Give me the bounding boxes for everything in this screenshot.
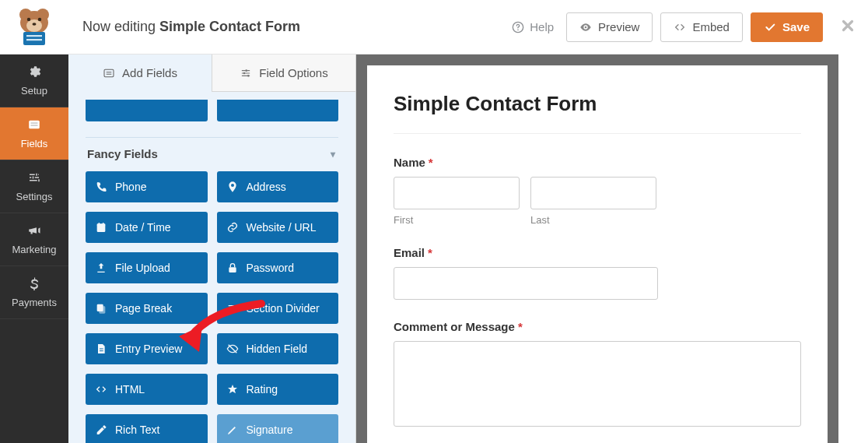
nav-settings[interactable]: Settings bbox=[0, 160, 68, 213]
link-icon bbox=[226, 221, 239, 234]
placeholder-card[interactable] bbox=[86, 100, 208, 121]
nav-setup-label: Setup bbox=[21, 85, 47, 97]
help-link[interactable]: Help bbox=[512, 20, 558, 33]
nav-fields-label: Fields bbox=[21, 138, 48, 149]
field-btn-entrypreview[interactable]: Entry Preview bbox=[86, 333, 208, 364]
svg-point-11 bbox=[517, 29, 519, 30]
bullhorn-icon bbox=[27, 223, 41, 240]
close-button[interactable] bbox=[837, 17, 859, 38]
field-btn-label: Address bbox=[247, 181, 286, 193]
tab-field-options-label: Field Options bbox=[259, 66, 327, 79]
sliders-icon bbox=[27, 171, 41, 187]
tab-field-options[interactable]: Field Options bbox=[212, 54, 355, 92]
field-btn-html[interactable]: HTML bbox=[86, 374, 208, 405]
field-btn-password[interactable]: Password bbox=[217, 252, 339, 283]
check-icon bbox=[764, 21, 776, 33]
panel-body[interactable]: Fancy Fields ▾ PhoneAddressDate / TimeWe… bbox=[68, 92, 355, 443]
field-btn-label: Password bbox=[247, 262, 294, 274]
field-btn-datetime[interactable]: Date / Time bbox=[86, 212, 208, 243]
field-name[interactable]: Name* First Last bbox=[394, 156, 801, 226]
nav-payments[interactable]: Payments bbox=[0, 266, 68, 319]
form-name[interactable]: Simple Contact Form bbox=[159, 19, 300, 34]
svg-rect-23 bbox=[229, 267, 236, 272]
nav-settings-label: Settings bbox=[16, 191, 53, 202]
field-btn-section[interactable]: Section Divider bbox=[217, 293, 339, 324]
input-first-name[interactable] bbox=[394, 177, 520, 209]
svg-point-5 bbox=[38, 17, 41, 20]
nav-marketing[interactable]: Marketing bbox=[0, 213, 68, 266]
svg-rect-15 bbox=[31, 122, 38, 123]
svg-rect-9 bbox=[26, 39, 42, 40]
embed-button[interactable]: Embed bbox=[660, 12, 743, 42]
field-btn-richtext[interactable]: Rich Text bbox=[86, 414, 208, 443]
svg-rect-22 bbox=[97, 223, 106, 226]
nav-setup[interactable]: Setup bbox=[0, 54, 68, 107]
label-email: Email* bbox=[394, 246, 801, 259]
preview-button[interactable]: Preview bbox=[566, 12, 653, 42]
form-icon bbox=[27, 118, 41, 134]
form-title: Simple Contact Form bbox=[394, 92, 801, 134]
label-name: Name* bbox=[394, 156, 801, 169]
eye-off-icon bbox=[226, 343, 239, 355]
svg-rect-16 bbox=[31, 125, 38, 125]
preview-area: Simple Contact Form Name* First Last Ema… bbox=[356, 54, 838, 443]
save-label: Save bbox=[782, 20, 810, 33]
pin-icon bbox=[226, 181, 239, 193]
field-btn-label: HTML bbox=[115, 383, 145, 396]
nav-fields[interactable]: Fields bbox=[0, 107, 68, 160]
input-comment[interactable] bbox=[394, 341, 801, 427]
svg-point-20 bbox=[247, 75, 250, 77]
field-btn-hidden[interactable]: Hidden Field bbox=[217, 333, 339, 364]
embed-label: Embed bbox=[692, 20, 730, 33]
field-btn-label: Page Break bbox=[115, 302, 172, 315]
field-btn-file[interactable]: File Upload bbox=[86, 252, 208, 283]
label-comment: Comment or Message* bbox=[394, 320, 801, 333]
required-star: * bbox=[429, 156, 433, 169]
field-btn-label: File Upload bbox=[115, 262, 170, 274]
field-options-icon bbox=[240, 67, 252, 79]
field-btn-rating[interactable]: Rating bbox=[217, 374, 339, 405]
svg-point-12 bbox=[585, 26, 587, 28]
input-email[interactable] bbox=[394, 267, 658, 300]
tab-add-fields[interactable]: Add Fields bbox=[68, 54, 212, 92]
field-btn-signature[interactable]: Signature bbox=[217, 414, 339, 443]
top-actions: Help Preview Embed Save bbox=[512, 12, 823, 42]
required-star: * bbox=[518, 320, 523, 333]
field-email[interactable]: Email* bbox=[394, 246, 801, 300]
field-btn-url[interactable]: Website / URL bbox=[217, 212, 339, 243]
svg-rect-13 bbox=[29, 121, 40, 129]
svg-point-6 bbox=[33, 23, 37, 26]
top-bar: Now editing Simple Contact Form Help Pre… bbox=[0, 0, 838, 54]
name-columns: First Last bbox=[394, 177, 801, 226]
gear-icon bbox=[27, 65, 41, 81]
left-nav: Setup Fields Settings Marketing Payments bbox=[0, 54, 68, 443]
chevron-down-icon: ▾ bbox=[331, 149, 335, 160]
field-btn-label: Date / Time bbox=[115, 221, 171, 234]
placeholder-card[interactable] bbox=[217, 100, 339, 121]
input-last-name[interactable] bbox=[530, 177, 656, 209]
field-btn-phone[interactable]: Phone bbox=[86, 171, 208, 202]
code-icon bbox=[674, 21, 686, 33]
field-comment[interactable]: Comment or Message* bbox=[394, 320, 801, 429]
preview-card[interactable]: Simple Contact Form Name* First Last Ema… bbox=[367, 65, 828, 443]
doc-icon bbox=[95, 343, 107, 355]
save-button[interactable]: Save bbox=[751, 12, 823, 42]
panel-tabs: Add Fields Field Options bbox=[68, 54, 355, 92]
code-icon bbox=[95, 383, 107, 396]
field-btn-label: Hidden Field bbox=[247, 343, 308, 355]
svg-point-18 bbox=[246, 69, 248, 72]
field-btn-address[interactable]: Address bbox=[217, 171, 339, 202]
svg-rect-7 bbox=[23, 32, 45, 45]
calendar-icon bbox=[95, 221, 107, 234]
svg-rect-25 bbox=[99, 306, 105, 313]
field-btn-pagebreak[interactable]: Page Break bbox=[86, 293, 208, 324]
lock-icon bbox=[226, 262, 239, 274]
required-star: * bbox=[428, 246, 432, 259]
phone-icon bbox=[95, 181, 107, 193]
tab-add-fields-label: Add Fields bbox=[122, 66, 177, 79]
edit-icon bbox=[95, 424, 107, 436]
field-btn-label: Signature bbox=[247, 424, 293, 436]
group-fancy-fields[interactable]: Fancy Fields ▾ bbox=[86, 137, 338, 171]
upload-icon bbox=[95, 262, 107, 274]
page-title: Now editing Simple Contact Form bbox=[68, 19, 512, 35]
